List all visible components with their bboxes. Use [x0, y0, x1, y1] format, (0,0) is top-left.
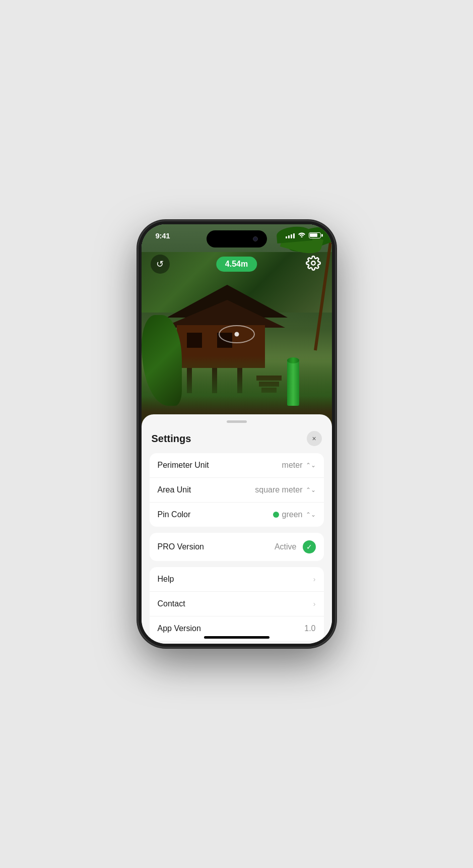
pin-color-label: Pin Color	[158, 510, 191, 519]
contact-chevron-icon: ›	[313, 600, 316, 608]
pin-color-chevron-icon: ⌃⌄	[306, 511, 316, 518]
close-icon: ×	[312, 435, 316, 443]
back-button[interactable]: ↺	[151, 255, 170, 274]
signal-bar-2	[288, 235, 290, 238]
svg-point-0	[311, 261, 315, 265]
measurement-badge: 4.54m	[216, 257, 257, 272]
dynamic-island	[207, 230, 267, 247]
pro-version-card: PRO Version Active ✓	[150, 533, 324, 561]
home-indicator	[204, 636, 269, 639]
wifi-icon	[298, 231, 306, 239]
settings-title: Settings	[152, 433, 191, 445]
pro-version-status-container: Active ✓	[275, 540, 316, 553]
settings-button[interactable]	[304, 254, 323, 273]
area-unit-value: square meter	[255, 485, 302, 494]
help-label: Help	[158, 575, 174, 584]
pin-color-dot	[273, 512, 279, 518]
sheet-header: Settings ×	[142, 431, 332, 453]
pin-color-value-container: green ⌃⌄	[273, 510, 316, 519]
back-arrow-icon: ↺	[156, 260, 164, 269]
pro-version-status: Active	[275, 542, 297, 551]
battery-icon	[309, 232, 321, 238]
settings-sheet: Settings × Perimeter Unit meter ⌃⌄ Area …	[142, 414, 332, 644]
signal-bar-4	[293, 233, 295, 238]
signal-bar-1	[286, 236, 287, 238]
green-cylinder	[287, 360, 299, 406]
gear-icon	[306, 256, 321, 271]
sheet-handle	[227, 420, 247, 423]
info-card: Help › Contact › App Version 1.0	[150, 567, 324, 641]
help-chevron-icon: ›	[313, 575, 316, 583]
perimeter-unit-value: meter	[282, 461, 303, 470]
window-left	[187, 333, 202, 348]
phone-screen: 9:41	[142, 224, 332, 644]
contact-label: Contact	[158, 599, 185, 608]
perimeter-unit-value-container: meter ⌃⌄	[282, 461, 316, 470]
crosshair-dot	[234, 332, 239, 337]
status-icons	[286, 231, 321, 239]
crosshair	[219, 325, 255, 343]
status-time: 9:41	[156, 231, 170, 240]
crosshair-ellipse	[219, 325, 255, 343]
dynamic-island-camera	[253, 236, 258, 241]
pin-color-value: green	[282, 510, 303, 519]
close-button[interactable]: ×	[307, 431, 322, 446]
cylinder-top	[287, 357, 299, 363]
roof-main	[162, 300, 285, 328]
pro-version-label: PRO Version	[158, 542, 204, 551]
area-unit-row[interactable]: Area Unit square meter ⌃⌄	[150, 478, 324, 503]
help-row[interactable]: Help ›	[150, 567, 324, 592]
battery-fill	[310, 233, 317, 237]
pro-check-icon: ✓	[303, 540, 316, 553]
signal-bars-icon	[286, 232, 295, 238]
contact-row[interactable]: Contact ›	[150, 592, 324, 616]
phone-frame: 9:41	[139, 221, 335, 647]
app-version-label: App Version	[158, 624, 201, 633]
pro-version-row[interactable]: PRO Version Active ✓	[150, 533, 324, 561]
app-version-value: 1.0	[304, 624, 315, 633]
pin-color-row[interactable]: Pin Color green ⌃⌄	[150, 503, 324, 527]
units-card: Perimeter Unit meter ⌃⌄ Area Unit square…	[150, 453, 324, 527]
perimeter-unit-chevron-icon: ⌃⌄	[306, 462, 316, 469]
signal-bar-3	[291, 234, 292, 238]
area-unit-chevron-icon: ⌃⌄	[306, 486, 316, 493]
perimeter-unit-label: Perimeter Unit	[158, 461, 209, 470]
perimeter-unit-row[interactable]: Perimeter Unit meter ⌃⌄	[150, 453, 324, 478]
camera-view: ↺ 4.54m	[142, 224, 332, 436]
area-unit-value-container: square meter ⌃⌄	[255, 485, 315, 494]
area-unit-label: Area Unit	[158, 485, 191, 494]
